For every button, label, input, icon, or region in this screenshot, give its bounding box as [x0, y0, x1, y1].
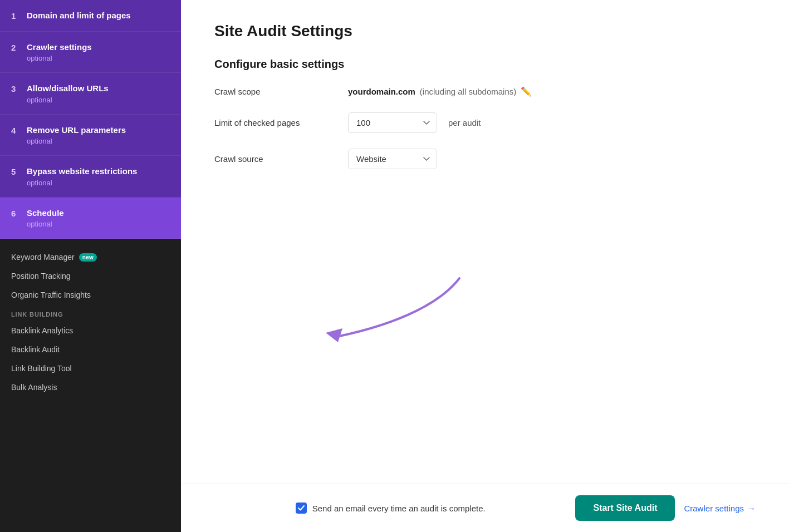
nav-item-title: Allow/disallow URLs: [27, 83, 109, 94]
sidebar-item-organic-traffic[interactable]: Organic Traffic Insights: [0, 285, 181, 304]
sidebar-link-label: Backlink Audit: [11, 345, 60, 354]
sidebar-link-label: Link Building Tool: [11, 364, 72, 373]
sidebar-item-backlink-analytics[interactable]: Backlink Analytics: [0, 321, 181, 340]
nav-item-subtitle: optional: [27, 54, 92, 62]
crawl-source-row: Crawl source Website Sitemap Both: [214, 149, 756, 169]
nav-item-number: 2: [11, 43, 27, 52]
nav-item-title: Schedule: [27, 208, 64, 219]
sidebar-link-label: Bulk Analysis: [11, 383, 57, 392]
email-checkbox-area: Send an email every time an audit is com…: [214, 503, 566, 514]
nav-item-number: 3: [11, 84, 27, 93]
crawl-scope-label: Crawl scope: [214, 87, 337, 96]
sidebar-link-label: Organic Traffic Insights: [11, 290, 91, 299]
crawl-scope-row: Crawl scope yourdomain.com (including al…: [214, 86, 756, 97]
sidebar-item-backlink-audit[interactable]: Backlink Audit: [0, 340, 181, 359]
link-building-section-label: LINK BUILDING: [0, 304, 181, 321]
nav-item-subtitle: optional: [27, 220, 64, 228]
sidebar-item-bulk-analysis[interactable]: Bulk Analysis: [0, 378, 181, 397]
nav-item-subtitle: optional: [27, 179, 137, 187]
sidebar-link-label: Backlink Analytics: [11, 326, 73, 335]
nav-item-3[interactable]: 3Allow/disallow URLsoptional: [0, 73, 181, 115]
limit-label: Limit of checked pages: [214, 118, 337, 127]
edit-icon[interactable]: ✏️: [521, 86, 532, 97]
nav-item-6[interactable]: 6Scheduleoptional: [0, 198, 181, 239]
limit-select[interactable]: 100 500 1000 5000 20000: [348, 112, 437, 133]
sidebar-item-keyword-manager[interactable]: Keyword Manager new: [0, 248, 181, 267]
sidebar-item-position-tracking[interactable]: Position Tracking: [0, 267, 181, 285]
nav-item-4[interactable]: 4Remove URL parametersoptional: [0, 115, 181, 156]
crawl-scope-suffix: (including all subdomains): [420, 87, 516, 96]
nav-item-title: Crawler settings: [27, 42, 92, 53]
svg-marker-0: [326, 328, 342, 342]
email-checkbox[interactable]: [296, 503, 307, 514]
crawl-source-label: Crawl source: [214, 154, 337, 164]
sidebar-item-link-building-tool[interactable]: Link Building Tool: [0, 359, 181, 378]
main-content: Site Audit Settings Configure basic sett…: [181, 0, 789, 532]
crawler-settings-link[interactable]: Crawler settings →: [684, 504, 756, 513]
nav-item-title: Domain and limit of pages: [27, 10, 131, 21]
sidebar-bottom: Keyword Manager new Position Tracking Or…: [0, 239, 181, 532]
crawler-settings-arrow: →: [747, 504, 756, 513]
bottom-bar: Send an email every time an audit is com…: [181, 484, 789, 532]
nav-item-number: 1: [11, 11, 27, 21]
nav-item-1[interactable]: 1Domain and limit of pages: [0, 0, 181, 32]
nav-item-subtitle: optional: [27, 96, 109, 104]
per-audit-label: per audit: [448, 118, 481, 127]
arrow-annotation: [303, 267, 471, 345]
nav-item-title: Remove URL parameters: [27, 125, 126, 136]
limit-row: Limit of checked pages 100 500 1000 5000…: [214, 112, 756, 133]
nav-item-2[interactable]: 2Crawler settingsoptional: [0, 32, 181, 73]
start-audit-button[interactable]: Start Site Audit: [575, 495, 675, 521]
nav-item-5[interactable]: 5Bypass website restrictionsoptional: [0, 156, 181, 198]
page-title: Site Audit Settings: [214, 22, 756, 40]
crawl-scope-domain: yourdomain.com: [348, 87, 415, 96]
sidebar: 1Domain and limit of pages2Crawler setti…: [0, 0, 181, 532]
settings-form: Crawl scope yourdomain.com (including al…: [214, 86, 756, 169]
nav-item-title: Bypass website restrictions: [27, 166, 137, 177]
nav-item-subtitle: optional: [27, 137, 126, 145]
section-title: Configure basic settings: [214, 58, 756, 71]
nav-item-number: 6: [11, 209, 27, 218]
sidebar-link-label: Keyword Manager: [11, 253, 75, 262]
new-badge: new: [79, 253, 97, 262]
nav-item-number: 4: [11, 126, 27, 135]
crawler-settings-link-label: Crawler settings: [684, 504, 744, 513]
nav-item-number: 5: [11, 167, 27, 176]
crawl-source-select[interactable]: Website Sitemap Both: [348, 149, 437, 169]
crawl-scope-value: yourdomain.com (including all subdomains…: [348, 86, 532, 97]
sidebar-link-label: Position Tracking: [11, 272, 71, 280]
email-checkbox-label: Send an email every time an audit is com…: [312, 504, 486, 513]
